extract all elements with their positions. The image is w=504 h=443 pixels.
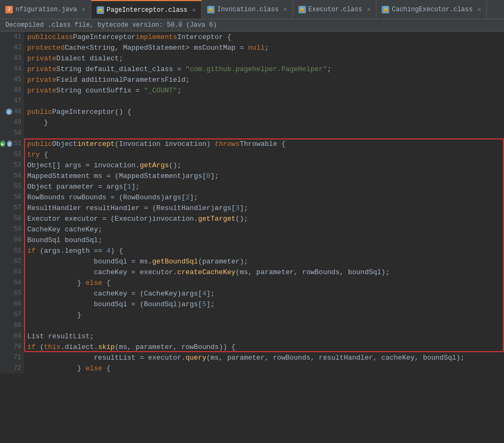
code-line-row: 41public class PageInterceptor implement…: [0, 32, 504, 42]
code-content: protected Cache<String, MappedStatement>…: [24, 42, 504, 53]
line-number: 59: [0, 224, 24, 235]
code-line-row: 50: [0, 128, 504, 138]
code-line-row: 44 private String default_dialect_class …: [0, 64, 504, 74]
tab-label: Invocation.class: [217, 6, 279, 13]
tab-label: nfiguration.java: [15, 6, 77, 13]
code-content: [24, 320, 504, 331]
line-number: 42: [0, 42, 24, 53]
code-line-row: 71 resultList = executor.query(ms, param…: [0, 352, 504, 363]
code-content: private Dialect dialect;: [24, 53, 504, 64]
line-number: 69: [0, 331, 24, 341]
lock-icon: 🔒: [97, 6, 104, 14]
code-content: [24, 96, 504, 106]
line-number: 43: [0, 53, 24, 64]
code-content: private String default_dialect_class = "…: [24, 64, 504, 74]
code-line-row: 43 private Dialect dialect;: [0, 53, 504, 64]
line-number: 47: [0, 96, 24, 106]
code-content: ResultHandler resultHandler = (ResultHan…: [24, 203, 504, 213]
editor: 41public class PageInterceptor implement…: [0, 32, 504, 440]
line-num-text: 48: [14, 108, 21, 115]
tab-cachingexecutor[interactable]: 🔒 CachingExecutor.class ✕: [376, 0, 487, 19]
line-number: 57: [0, 203, 24, 213]
code-line-row: 46 private String countSuffix = "_COUNT"…: [0, 85, 504, 96]
bookmark-icon: @: [7, 141, 12, 147]
code-content: resultList = executor.query(ms, paramete…: [24, 352, 504, 363]
java-icon: J: [5, 6, 13, 13]
line-number: @48: [0, 106, 24, 117]
line-number: 62: [0, 256, 24, 267]
line-num-text: 44: [14, 65, 21, 73]
run-icon: ▶: [0, 141, 5, 147]
line-number: 56: [0, 192, 24, 203]
line-number: 68: [0, 320, 24, 331]
code-content: List resultList;: [24, 331, 504, 341]
code-content: cacheKey = executor.createCacheKey(ms, p…: [24, 267, 504, 277]
tab-close-icon[interactable]: ✕: [192, 6, 196, 13]
line-number: 41: [0, 32, 24, 42]
tab-executor[interactable]: 🔒 Executor.class ✕: [293, 0, 376, 19]
code-line-row: 52 try {: [0, 149, 504, 160]
line-number: ▶@51: [0, 138, 24, 149]
bookmark-icon: @: [6, 108, 12, 115]
tab-label: PageInterceptor.class: [107, 6, 187, 14]
code-content: cacheKey = (CacheKey)args[4];: [24, 288, 504, 299]
code-content: private String countSuffix = "_COUNT";: [24, 85, 504, 96]
code-line-row: 49 }: [0, 117, 504, 128]
tab-invocation[interactable]: 🔒 Invocation.class ✕: [202, 0, 293, 19]
line-num-text: 70: [14, 343, 21, 351]
code-line-row: 61 if (args.length == 4) {: [0, 245, 504, 256]
tab-close-icon[interactable]: ✕: [82, 6, 85, 13]
code-line-row: 63 cacheKey = executor.createCacheKey(ms…: [0, 267, 504, 277]
line-num-text: 64: [14, 279, 21, 286]
line-num-text: 66: [14, 300, 21, 308]
tab-configuration[interactable]: J nfiguration.java ✕: [0, 0, 91, 19]
code-line-row: 57 ResultHandler resultHandler = (Result…: [0, 203, 504, 213]
code-line-row: 70 if (this.dialect.skip(ms, parameter, …: [0, 341, 504, 352]
code-line-row: 42 protected Cache<String, MappedStateme…: [0, 42, 504, 53]
code-content: Object parameter = args[1];: [24, 181, 504, 192]
code-content: Object[] args = invocation.getArgs();: [24, 160, 504, 170]
line-num-text: 63: [14, 268, 21, 276]
line-num-text: 54: [14, 172, 21, 180]
code-content: CacheKey cacheKey;: [24, 224, 504, 235]
code-line-row: ▶@51 public Object intercept(Invocation …: [0, 138, 504, 149]
line-num-text: 43: [14, 55, 21, 62]
line-num-text: 50: [14, 129, 21, 137]
code-content: [24, 128, 504, 138]
line-num-text: 53: [14, 161, 21, 169]
line-num-text: 41: [14, 33, 21, 41]
code-content: if (args.length == 4) {: [24, 245, 504, 256]
line-num-text: 72: [14, 364, 21, 372]
line-number: 45: [0, 74, 24, 85]
lock-icon: 🔒: [298, 6, 306, 13]
line-num-text: 65: [14, 290, 21, 297]
code-line-row: 67 }: [0, 309, 504, 320]
tab-label: CachingExecutor.class: [392, 6, 472, 13]
line-number: 54: [0, 170, 24, 181]
line-num-text: 52: [14, 151, 21, 158]
lock-icon: 🔒: [207, 6, 215, 13]
tab-close-icon[interactable]: ✕: [477, 6, 481, 13]
line-num-text: 61: [14, 247, 21, 254]
line-num-text: 51: [14, 140, 21, 147]
line-number: 67: [0, 309, 24, 320]
lock-icon: 🔒: [382, 6, 389, 13]
code-content: BoundSql boundSql;: [24, 235, 504, 245]
tab-close-icon[interactable]: ✕: [367, 6, 371, 13]
line-number: 65: [0, 288, 24, 299]
line-number: 72: [0, 363, 24, 374]
line-num-text: 56: [14, 193, 21, 201]
code-line-row: 58 Executor executor = (Executor)invocat…: [0, 213, 504, 224]
line-number: 49: [0, 117, 24, 128]
code-content: } else {: [24, 277, 504, 288]
code-content: } else {: [24, 363, 504, 374]
line-num-text: 46: [14, 87, 21, 94]
code-line-row: 62 boundSql = ms.getBoundSql(parameter);: [0, 256, 504, 267]
line-num-text: 58: [14, 215, 21, 222]
line-number: 71: [0, 352, 24, 363]
tab-pageinterceptor[interactable]: 🔒 PageInterceptor.class ✕: [91, 0, 202, 19]
line-number: 55: [0, 181, 24, 192]
code-line-row: 55 Object parameter = args[1];: [0, 181, 504, 192]
tab-close-icon[interactable]: ✕: [284, 6, 287, 13]
line-number: 46: [0, 85, 24, 96]
